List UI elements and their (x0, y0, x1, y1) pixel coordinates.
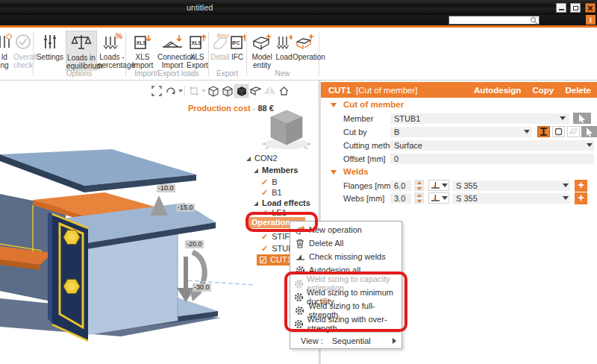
delete-action[interactable]: Delete (565, 86, 591, 95)
webs-label: Webs [mm] (343, 194, 384, 203)
tree-item-b[interactable]: ✓B (261, 177, 278, 188)
step-down-icon[interactable] (417, 200, 422, 203)
webs-size-input[interactable]: 3.0 (390, 193, 411, 204)
weld-symbol-icon (431, 194, 440, 202)
webs-stepper[interactable] (414, 192, 424, 204)
ifc-icon: IFC (229, 31, 246, 53)
ribbon-label: entity (249, 61, 275, 69)
ribbon-group-label: Export (208, 69, 246, 78)
properties-subtitle: [Cut of member] (356, 86, 417, 95)
model-entity-icon (249, 31, 275, 53)
member-pick-button[interactable] (573, 113, 591, 124)
check-icon: ✓ (261, 244, 268, 253)
chevron-down-icon[interactable] (587, 143, 593, 147)
menu-item-check-missing-welds[interactable]: Check missing welds (290, 250, 401, 263)
dimension-label: -30.0 (193, 283, 211, 292)
step-down-icon[interactable] (417, 187, 422, 190)
svg-text:IFC: IFC (232, 40, 240, 46)
gear-icon (294, 306, 305, 316)
cut-by-select[interactable]: B (390, 127, 532, 137)
flanges-material-value: S 355 (456, 181, 478, 190)
ribbon-button-operation[interactable]: Operation (293, 31, 318, 61)
tree-label: B1 (272, 188, 281, 197)
hatched-plate-icon (569, 128, 578, 136)
step-up-icon[interactable] (417, 181, 422, 184)
tree-item-b1[interactable]: ✓B1 (261, 187, 282, 198)
ribbon-button-model-entity[interactable]: Model entity (249, 31, 275, 69)
menu-item-weld-sizing-over-strength[interactable]: Weld sizing with over-strength (290, 317, 401, 330)
ribbon-label: XLS (187, 53, 207, 61)
minimize-button[interactable] (556, 3, 566, 13)
dimension-label: -10.0 (157, 184, 175, 192)
cut-by-pick-button[interactable] (581, 126, 597, 137)
maximize-button[interactable] (570, 3, 581, 13)
ribbon-button-xls-export[interactable]: XLS XLS Export (187, 31, 207, 69)
ribbon-button-overall-check[interactable]: Overall check (13, 31, 33, 69)
chevron-down-icon[interactable] (560, 116, 566, 120)
ribbon-button-xls-import[interactable]: XLS XLS Import (128, 31, 157, 69)
svg-text:XLS: XLS (192, 40, 202, 46)
ribbon-label: Settings (35, 53, 65, 61)
webs-material-select[interactable]: S 355 (452, 193, 570, 204)
ribbon-button-loads-percentage[interactable]: % Loads - percentage (98, 31, 126, 69)
flanges-add-button[interactable]: + (575, 180, 587, 192)
menu-item-delete-all[interactable]: Delete All (290, 236, 401, 250)
expander-icon[interactable] (246, 157, 251, 161)
ribbon-button-ifc[interactable]: IFC IFC (229, 31, 246, 61)
menu-item-view[interactable]: View : Sequential (290, 334, 401, 347)
search-input[interactable] (448, 16, 540, 25)
webs-add-button[interactable]: + (575, 192, 587, 204)
copy-action[interactable]: Copy (533, 86, 554, 95)
chevron-down-icon (442, 196, 448, 200)
ribbon-button-loads-in-equilibrium[interactable]: Loads in equilibrium (66, 31, 97, 71)
expander-icon[interactable] (254, 201, 258, 206)
ribbon-button-settings[interactable]: Settings (35, 31, 65, 61)
chevron-down-icon[interactable] (524, 130, 530, 134)
ribbon-label: percentage (98, 61, 126, 69)
collapse-icon[interactable] (331, 170, 337, 175)
cut-by-value: B (394, 128, 399, 136)
menu-item-new-operation[interactable]: New operation (290, 223, 401, 236)
member-select[interactable]: STUB1 (390, 113, 569, 124)
tree-label: Members (262, 166, 298, 175)
close-button[interactable] (585, 3, 596, 13)
flanges-value: 6.0 (394, 181, 405, 190)
ribbon-button-connection-import[interactable]: Connection Import (157, 31, 187, 69)
tree-item-con2[interactable]: CON2 (246, 153, 278, 164)
ribbon-group-label: Options (33, 69, 125, 78)
offset-input[interactable]: 0 (390, 154, 594, 164)
expander-icon[interactable] (254, 169, 258, 173)
tree-item-members[interactable]: Members (254, 165, 298, 176)
connection-import-icon (157, 31, 187, 53)
chevron-down-icon[interactable] (563, 196, 569, 200)
collapse-icon[interactable] (331, 103, 337, 107)
ribbon-button-detail[interactable]: Beta Detail (210, 31, 229, 61)
webs-value: 3.0 (394, 194, 405, 203)
cutting-method-select[interactable]: Surface (390, 140, 594, 151)
ribbon-label: Model (249, 53, 275, 61)
chevron-down-icon[interactable] (563, 183, 569, 187)
cut-by-surface-toggle[interactable] (567, 126, 580, 137)
cut-by-plate-toggle[interactable] (552, 126, 565, 137)
autodesign-action[interactable]: Autodesign (474, 86, 521, 95)
flanges-size-input[interactable]: 6.0 (390, 181, 411, 191)
checkbox-icon[interactable]: ✓ (260, 257, 266, 263)
cut-by-member-toggle[interactable] (537, 126, 550, 137)
flanges-stepper[interactable] (414, 180, 424, 192)
flanges-material-select[interactable]: S 355 (452, 181, 570, 191)
ribbon-label: Export (187, 61, 207, 69)
ribbon-button-load[interactable]: Load (275, 31, 293, 61)
flanges-weld-type-select[interactable] (428, 180, 449, 191)
new-operation-icon (294, 225, 306, 235)
ibeam-section-icon (539, 128, 548, 136)
step-up-icon[interactable] (417, 194, 422, 197)
info-button[interactable]: i (586, 15, 596, 25)
trash-icon (294, 239, 306, 248)
dimension-label: -20.0 (185, 240, 204, 248)
load-icon (275, 31, 293, 53)
webs-weld-type-select[interactable] (428, 192, 449, 204)
beta-badge: Beta (217, 31, 229, 40)
ribbon-button-clipped[interactable]: ld ng (0, 31, 13, 69)
check-icon: ✓ (261, 188, 268, 197)
ribbon-label: Detail (210, 53, 229, 61)
